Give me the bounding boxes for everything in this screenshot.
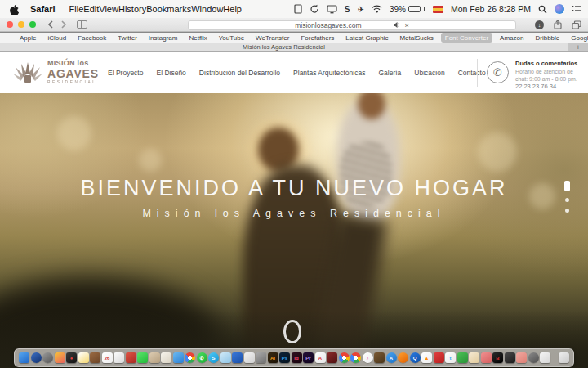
siri-icon[interactable] [555, 4, 564, 14]
spotlight-icon[interactable] [538, 5, 547, 14]
hero-dot[interactable] [565, 198, 569, 202]
dock-contacts-leather-icon[interactable] [90, 352, 100, 363]
bookmark-item[interactable]: YouTube [215, 33, 248, 43]
dock-indesign-icon[interactable]: Id [292, 352, 302, 363]
back-button[interactable] [47, 20, 53, 29]
menu-clock[interactable]: Mon Feb 26 8:28 PM [451, 4, 531, 14]
dock-pages-icon[interactable] [161, 352, 172, 363]
nav-link[interactable]: Galería [378, 69, 401, 77]
dock-firefox-icon[interactable] [398, 352, 408, 363]
active-tab[interactable]: Misión los Agaves Residencial [0, 43, 568, 51]
dock-app-store-icon[interactable]: A [386, 352, 397, 363]
downloads-button[interactable]: ↓ [535, 20, 544, 29]
dock-chrome-alt-icon[interactable] [350, 352, 361, 363]
dock-photo-booth-icon[interactable]: ● [66, 352, 77, 363]
dock-vlc-icon[interactable]: ▲ [421, 352, 432, 363]
hero-dot-active[interactable] [564, 181, 570, 191]
minimize-window-button[interactable] [18, 21, 24, 28]
dock-launchpad-icon[interactable] [42, 352, 53, 363]
airplane-status-icon[interactable]: ✈ [358, 5, 364, 14]
skype-status-icon[interactable]: S [345, 5, 350, 14]
bookmark-item[interactable]: Forefathers [296, 33, 338, 43]
apple-menu-icon[interactable] [10, 4, 19, 15]
close-audio-icon[interactable]: × [405, 21, 409, 29]
dock-messages-icon[interactable] [137, 352, 148, 363]
bookmark-item[interactable]: MetalSucks [395, 33, 437, 43]
sync-status-icon[interactable] [310, 4, 319, 14]
dock-quicktime-icon[interactable]: Q [410, 352, 421, 363]
dock-numbers-icon[interactable] [457, 352, 468, 363]
input-language-flag-icon[interactable] [433, 6, 443, 13]
close-window-button[interactable] [7, 21, 13, 28]
forward-button[interactable] [61, 20, 67, 29]
bookmark-item[interactable]: Apple [16, 33, 40, 43]
bookmark-item[interactable]: Google Translate [567, 33, 588, 43]
new-tab-button[interactable]: + [568, 43, 588, 51]
battery-indicator[interactable]: 39% [390, 5, 425, 14]
dock-photos-icon[interactable] [173, 352, 184, 363]
dock-preview-icon[interactable] [149, 352, 160, 363]
dock-documents-stack-icon[interactable] [540, 352, 550, 363]
displays-status-icon[interactable] [327, 5, 337, 14]
dock-notes-icon[interactable] [78, 352, 89, 363]
bookmark-item[interactable]: Amazon [496, 33, 528, 43]
dock-finder-icon[interactable] [19, 352, 29, 363]
dock-itunes-icon[interactable]: ♪ [363, 352, 373, 363]
dock-calendar-icon[interactable]: 26 [102, 352, 113, 363]
dock-textedit-icon[interactable] [114, 352, 124, 363]
dock-displays-icon[interactable] [256, 352, 266, 363]
dock-film-reel-icon[interactable] [528, 352, 539, 363]
hero-dot[interactable] [565, 209, 569, 213]
bookmark-item[interactable]: Font Converter [441, 33, 492, 43]
bookmark-item[interactable]: WeTransfer [252, 33, 293, 43]
dock-trash-icon[interactable] [559, 352, 569, 363]
dock-terminal-icon[interactable] [505, 352, 515, 363]
dock-pink-display-icon[interactable] [481, 352, 492, 363]
speaker-icon[interactable] [393, 21, 401, 29]
document-status-icon[interactable] [294, 4, 302, 14]
bookmark-item[interactable]: Instagram [145, 33, 182, 43]
dock-documents-icon[interactable] [244, 352, 255, 363]
dock-dark-blue-app-icon[interactable] [31, 352, 42, 363]
notification-center-icon[interactable] [572, 5, 581, 13]
bookmark-item[interactable]: Twitter [114, 33, 141, 43]
dock-acrobat-icon[interactable]: A [315, 352, 326, 363]
bookmark-item[interactable]: iCloud [43, 33, 70, 43]
dock-skype-icon[interactable]: S [208, 352, 219, 363]
dock-pen-tool-icon[interactable] [232, 352, 243, 363]
bookmark-item[interactable]: Facebook [74, 33, 110, 43]
dock-photoshop-icon[interactable]: Ps [279, 352, 290, 363]
menu-item[interactable]: File [69, 4, 84, 14]
dock-premiere-icon[interactable]: Pr [303, 352, 314, 363]
dock-illustrator-icon[interactable]: Ai [268, 352, 278, 363]
menu-item[interactable]: Edit [83, 4, 99, 14]
sidebar-button[interactable] [77, 20, 87, 29]
bookmark-item[interactable]: Dribbble [531, 33, 564, 43]
dock-sketch-icon[interactable] [220, 352, 231, 363]
dock-color-meter-icon[interactable] [327, 352, 337, 363]
wifi-status-icon[interactable] [372, 5, 382, 13]
menu-item[interactable]: View [99, 4, 118, 14]
tab-overview-button[interactable] [572, 20, 581, 29]
zoom-window-button[interactable] [29, 21, 36, 28]
dock-color-wheel-icon[interactable] [339, 352, 350, 363]
menu-item[interactable]: History [118, 4, 146, 14]
dock-pink-folder-icon[interactable] [516, 352, 527, 363]
dock-b-app-icon[interactable]: B [492, 352, 503, 363]
menu-item[interactable]: Help [223, 4, 242, 14]
nav-link[interactable]: Ubicación [414, 69, 444, 77]
menu-app-name[interactable]: Safari [30, 4, 56, 14]
nav-link[interactable]: Plantas Arquitectónicas [293, 69, 365, 77]
dock-twitter-icon[interactable]: t [445, 352, 456, 363]
menu-item[interactable]: Bookmarks [146, 4, 191, 14]
bookmark-item[interactable]: Latest Graphic [341, 33, 392, 43]
dock-app-grid-icon[interactable] [55, 352, 65, 363]
dock-keynote-docs-icon[interactable] [469, 352, 479, 363]
address-bar[interactable]: misionlosagaves.com × [188, 20, 516, 30]
whatsapp-chat-icon[interactable]: ✆ [487, 61, 509, 83]
nav-link[interactable]: Contacto [458, 69, 486, 77]
menu-item[interactable]: Window [191, 4, 223, 14]
dock-red-book-icon[interactable] [126, 352, 136, 363]
site-logo[interactable]: MISIÓN los AGAVES RESIDENCIAL [13, 59, 99, 85]
dock-garageband-icon[interactable] [374, 352, 385, 363]
